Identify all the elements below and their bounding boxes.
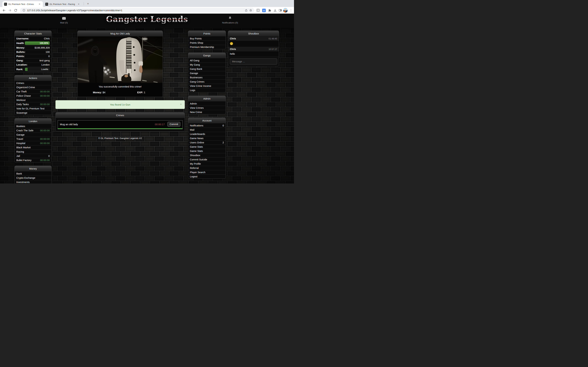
stat-health: Health100.00% [15,41,51,46]
menu-item-notifications[interactable]: Notifications0 [188,124,226,128]
shoutbox-username: Chris [230,37,236,40]
menu-item-game-news[interactable]: Game News [188,136,226,140]
menu-item-view-crime-income[interactable]: View Crime Income [188,84,226,88]
menu-item-premium-membership[interactable]: Premium Membership [188,45,226,49]
menu-item-logout[interactable]: Logout [188,174,226,179]
menu-item-black-market[interactable]: Black Market [15,145,51,150]
shoutbox-message: hello [228,51,279,57]
extensions-puzzle-icon[interactable] [268,8,272,13]
downloads-icon[interactable] [273,8,277,13]
right-sidebar: Points Buy Points Points Shop Premium Me… [188,31,226,182]
menu-item-workout[interactable]: Workout [15,98,51,102]
menu-item-shoutbox[interactable]: Shoutbox [188,153,226,157]
shoutbox-message-header: Chris 10:57:27 [228,47,279,51]
menu-item-logs[interactable]: Logs [188,88,226,92]
menu-item-jail[interactable]: Jail0 [15,154,51,158]
notifications-label: Notifications (0) [222,21,238,24]
menu-item-car-theft[interactable]: Car Theft00:00:00 [15,89,51,94]
menu-item-new-crime[interactable]: New Crime [188,110,226,114]
menu-item-points-shop[interactable]: Points Shop [188,41,226,45]
menu-item-game-stats-1[interactable]: Game Stats [188,145,226,149]
menu-item-bullet-factory[interactable]: Bullet Factory00:00:00 [15,158,51,162]
new-tab-button[interactable]: + [86,1,91,6]
menu-item-crimes[interactable]: Crimes [15,81,51,85]
menu-item-organized-crime[interactable]: Organized Crime [15,85,51,89]
menu-item-scavenge[interactable]: Scavenge [15,111,51,115]
tab-crimes[interactable]: GL GL Premium Test - Crimes ✕ [2,1,43,7]
shoutbox-timestamp: 10:57:27 [268,48,277,50]
menu-item-commit-suicide[interactable]: Commit Suicide [188,157,226,162]
crime-progress-bar [58,128,182,129]
tab-racing[interactable]: GL GL Premium Test - Racing ✕ [43,1,82,7]
notifications-bell-icon [221,15,240,20]
shoutbox-input-area [228,57,279,66]
side-panel-icon[interactable] [278,8,282,13]
browser-tab-strip: GL GL Premium Test - Crimes ✕ GL GL Prem… [0,0,294,7]
menu-item-mail[interactable]: Mail [188,128,226,132]
menu-item-game-stats-2[interactable]: Game Stats [188,149,226,153]
forward-icon[interactable] [8,8,12,13]
alert-close-icon[interactable]: ✕ [180,103,182,106]
crime-scene-image [78,36,163,83]
menu-item-businesses[interactable]: Businesses [188,75,226,80]
tab-close-icon[interactable]: ✕ [77,2,80,6]
grinning-emoji [230,42,233,46]
panel-title: Money [15,166,51,172]
menu-item-referral[interactable]: Referral [188,166,226,170]
menu-item-daily-tasks[interactable]: Daily Tasks00:00:00 [15,102,51,106]
menu-item-crack-the-safe[interactable]: Crack The Safe00:00:00 [15,128,51,133]
menu-item-gang-crimes[interactable]: Gang Crimes [188,80,226,84]
url-bar[interactable]: 127.0.0.1/GLScript/release/Gangster-Lege… [20,8,254,13]
menu-item-gang-bank[interactable]: Gang Bank [188,67,226,71]
url-text[interactable]: 127.0.0.1/GLScript/release/Gangster-Lege… [27,9,244,12]
menu-item-hospital[interactable]: Hospital00:00:00 [15,141,51,145]
menu-item-travel[interactable]: Travel00:00:00 [15,137,51,141]
panel-title: Shoutbox [228,31,279,36]
notifications-link[interactable]: Notifications (0) [221,15,240,24]
menu-item-view-crimes[interactable]: View Crimes [188,106,226,110]
menu-item-vote[interactable]: Vote for GL Premium Test [15,106,51,111]
shoutbox-timestamp: 01:48:45 [268,37,277,40]
tab-title: GL Premium Test - Racing [50,3,77,5]
shoutbox-message-input[interactable] [230,58,277,65]
browser-menu-icon[interactable]: ⋮ [289,8,293,13]
shoutbox-column: Shoutbox Chris 01:48:45 Chris 10:57:27 h… [228,31,279,70]
menu-item-buy-points[interactable]: Buy Points [188,36,226,41]
account-panel: Account Notifications0 Mail Leaderboards… [188,117,226,179]
menu-item-player-search[interactable]: Player Search [188,170,226,174]
menu-item-admin[interactable]: Admin [188,102,226,106]
site-info-icon[interactable] [22,9,25,12]
back-icon[interactable] [2,8,7,13]
menu-item-my-profile[interactable]: My Profile [188,162,226,166]
h-extension-icon[interactable]: h [256,8,260,13]
download-extension-icon[interactable] [262,8,266,13]
commit-button[interactable]: Commit [167,122,180,127]
menu-item-investments[interactable]: Investments [15,180,51,184]
menu-item-bank[interactable]: Bank [15,172,51,176]
menu-item-racing[interactable]: Racing [15,150,51,154]
menu-item-users-online[interactable]: Users Online2 [188,140,226,145]
shoutbox-message [228,41,279,47]
menu-item-leaderboards[interactable]: Leaderboards [188,132,226,136]
character-stats-panel: Character Stats Username:Chris Health100… [15,31,52,72]
game-page: Mail (0) Gangster Legends Notifications … [0,14,294,184]
menu-item-bookies[interactable]: Bookies [15,124,51,128]
browser-toolbar: 127.0.0.1/GLScript/release/Gangster-Lege… [0,7,294,14]
share-icon[interactable] [244,8,248,13]
game-logo: Gangster Legends [0,15,294,24]
menu-item-police-chase[interactable]: Police Chase00:00:00 [15,94,51,98]
points-panel: Points Buy Points Points Shop Premium Me… [188,31,226,49]
menu-item-garage[interactable]: Garage [15,133,51,137]
menu-item-all-gang[interactable]: All Gang [188,58,226,63]
bookmark-star-icon[interactable] [248,8,253,13]
crime-name: Mug an old lady [60,123,155,126]
shoutbox-panel: Shoutbox Chris 01:48:45 Chris 10:57:27 h… [228,31,279,67]
profile-avatar[interactable] [283,8,288,13]
menu-item-crypto-exchange[interactable]: Crypto Exchange [15,176,51,180]
money-panel: Money Bank Crypto Exchange Investments S… [15,166,52,184]
menu-item-my-gang[interactable]: My Gang [188,63,226,67]
menu-item-gang-garage[interactable]: Garage [188,71,226,75]
tab-close-icon[interactable]: ✕ [38,2,41,6]
stat-bullets: Bullets:100 [15,50,51,54]
reload-icon[interactable] [13,8,18,13]
